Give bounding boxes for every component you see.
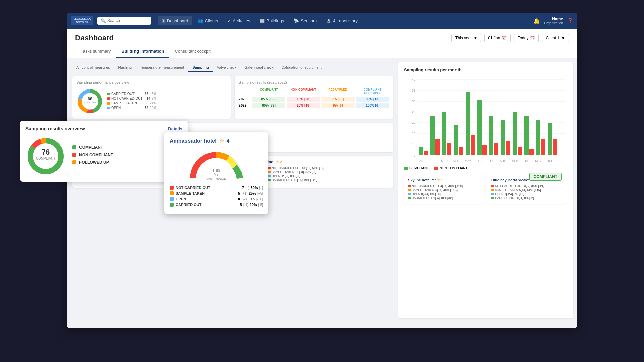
result-row-2022: 2022 80% [72] 20% [18] 8% [6] 100% [6]	[239, 103, 389, 108]
chart-title: Sampling results per month	[404, 67, 568, 72]
calendar-icon-2: 📅	[530, 36, 535, 40]
svg-text:DEC: DEC	[547, 159, 553, 163]
chevron-down-icon-2: ▼	[561, 36, 565, 40]
help-icon[interactable]: ❓	[567, 18, 573, 23]
svg-text:FEB: FEB	[430, 159, 436, 163]
svg-rect-47	[541, 139, 545, 155]
svg-rect-30	[442, 112, 446, 155]
client-filter[interactable]: Client 1 ▼	[542, 34, 569, 42]
tab-tasks-summary[interactable]: Tasks summary	[75, 45, 116, 58]
ambassador-stats: NOT CARRIED OUT 7 [=] 50% [=] SAMPLE TAK…	[170, 186, 263, 207]
activities-icon: ✓	[227, 18, 231, 23]
date-start-filter[interactable]: 01 Jan 📅	[484, 34, 511, 42]
svg-point-65	[30, 141, 61, 172]
sampling-overview-card: Sampling results overview Details 76 COM…	[20, 121, 188, 182]
svg-text:10: 10	[412, 142, 415, 146]
nav-laboratory[interactable]: 🔬 4 Laboratory	[322, 16, 362, 25]
svg-rect-33	[459, 147, 463, 155]
monthly-chart: 40 35 30 25 20 15 10 5 0	[404, 76, 568, 174]
clients-icon: 👥	[198, 18, 203, 23]
notification-icon[interactable]: 🔔	[533, 18, 540, 24]
nav-activities[interactable]: ✓ Activities	[223, 16, 254, 25]
svg-text:68: 68	[88, 96, 92, 101]
svg-rect-37	[482, 145, 487, 155]
ambassador-card: Ambassador hotel ☆ 4 THIS VS LAST PERIOD…	[164, 132, 268, 214]
svg-rect-43	[518, 147, 522, 155]
nav-sensors[interactable]: 📡 Sensors	[289, 16, 321, 25]
ambassador-star: ☆	[219, 138, 224, 144]
sensors-icon: 📡	[293, 18, 299, 23]
subtab-valve[interactable]: Valve check	[213, 63, 241, 72]
subtab-temperature[interactable]: Temperature measurement	[136, 63, 188, 72]
navbar: LEGIONELLA DOSSIER 🔍 ⊞ Dashboard 👥 Clien…	[67, 13, 577, 29]
svg-rect-40	[501, 120, 505, 155]
svg-text:40: 40	[412, 78, 415, 81]
svg-rect-39	[494, 143, 498, 155]
svg-rect-42	[513, 112, 517, 155]
svg-text:0: 0	[414, 156, 415, 159]
sampling-perf-title: Sampling performance overview	[76, 80, 227, 84]
soc-title: Sampling results overview	[25, 126, 85, 131]
donut-76-chart: 76 COMPLIANT	[25, 136, 66, 176]
skyline-link[interactable]: Skyline hotel *** ☆ 5	[408, 178, 480, 182]
subtab-calibration[interactable]: Calibration of equipment	[278, 63, 326, 72]
tab-building-info[interactable]: Building information	[116, 45, 169, 58]
svg-rect-38	[489, 116, 493, 155]
page-title: Dashboard	[75, 34, 451, 42]
subtab-safety[interactable]: Safety seal check	[240, 63, 277, 72]
svg-rect-36	[477, 100, 482, 155]
search-icon: 🔍	[101, 18, 106, 23]
svg-text:THIS: THIS	[213, 169, 220, 172]
result-row-2023: 2023 85% [159] 15% [28] 7% [16] 89% [13]	[239, 97, 389, 102]
donut-chart: 68 COMPLETED	[76, 88, 103, 115]
user-info[interactable]: Name Organization	[544, 17, 563, 25]
period-filter[interactable]: This year ▼	[451, 34, 481, 42]
svg-rect-46	[536, 120, 540, 155]
soc-body: 76 COMPLIANT COMPLIANT 76 85% NON COMPLI…	[25, 136, 182, 176]
sampling-results-title: Sampling results (2023/2022)	[239, 80, 389, 84]
svg-text:OCT: OCT	[524, 159, 530, 163]
search-box[interactable]: 🔍	[97, 17, 151, 25]
svg-rect-35	[471, 135, 475, 155]
svg-text:AUG: AUG	[500, 159, 506, 163]
nav-dashboard[interactable]: ⊞ Dashboard	[158, 16, 193, 25]
svg-text:35: 35	[412, 89, 415, 92]
svg-rect-27	[424, 151, 428, 155]
right-panel: Sampling results per month 40 35 30	[398, 62, 573, 318]
svg-rect-26	[419, 147, 423, 155]
svg-text:15: 15	[412, 132, 415, 135]
nav-clients[interactable]: 👥 Clients	[194, 16, 222, 25]
svg-text:JUL: JUL	[489, 159, 494, 163]
app-logo: LEGIONELLA DOSSIER	[71, 16, 93, 25]
svg-text:NOV: NOV	[535, 159, 542, 163]
gauge-svg: THIS VS LAST PERIOD	[186, 148, 247, 182]
skyline-hotel-card: Skyline hotel *** ☆ 5 NOT CARRIED OUT 4[…	[404, 174, 484, 204]
buildings-icon: 🏢	[259, 18, 265, 23]
dash-filters: This year ▼ 01 Jan 📅 Today 📅 Client 1 ▼	[451, 34, 569, 42]
search-input[interactable]	[107, 18, 151, 23]
nav-buildings[interactable]: 🏢 Buildings	[255, 16, 288, 25]
subtab-sampling[interactable]: Sampling	[188, 63, 213, 72]
subtab-flushing[interactable]: Flushing	[114, 63, 136, 72]
donut-wrap: 68 COMPLETED CARRIED OUT 68 45%	[76, 88, 227, 115]
svg-rect-31	[447, 143, 451, 155]
svg-text:APR: APR	[453, 159, 460, 163]
soc-details-button[interactable]: Details	[168, 126, 182, 131]
svg-text:MAR: MAR	[441, 159, 448, 163]
svg-text:COMPLETED: COMPLETED	[84, 102, 96, 104]
tab-consultant-cockpit[interactable]: Consultant cockpit	[169, 45, 216, 58]
bluebay-bb-link[interactable]: Blue bay Bed&breakfast ☆ 6	[491, 178, 564, 182]
svg-rect-44	[524, 116, 529, 155]
svg-text:JAN: JAN	[418, 159, 423, 163]
sampling-grid: Sampling performance overview	[72, 76, 393, 119]
svg-text:COMPLIANT: COMPLIANT	[36, 157, 55, 160]
svg-text:SEP: SEP	[512, 159, 518, 163]
calendar-icon: 📅	[502, 36, 507, 40]
dashboard-icon: ⊞	[162, 18, 165, 23]
bluebay-bb-card: Blue bay Bed&breakfast ☆ 6 NOT CARRIED O…	[487, 174, 568, 204]
svg-text:30: 30	[412, 100, 415, 103]
bar-chart: 40 35 30 25 20 15 10 5 0	[404, 76, 568, 164]
date-end-filter[interactable]: Today 📅	[514, 34, 539, 42]
subtab-all[interactable]: All control measures	[72, 63, 114, 72]
sampling-performance-card: Sampling performance overview	[72, 76, 231, 119]
